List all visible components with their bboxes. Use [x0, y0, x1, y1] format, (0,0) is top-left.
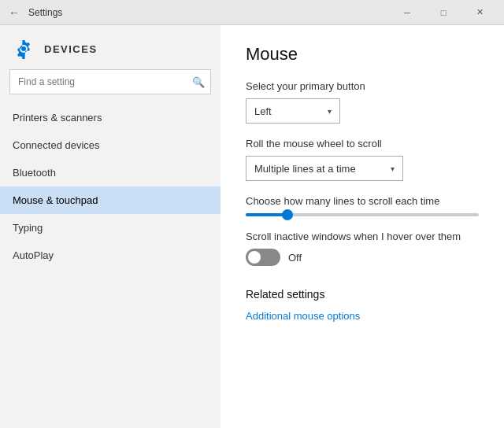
app-body: DEVICES 🔍 Printers & scanners Connected …	[0, 25, 504, 428]
sidebar-item-connected[interactable]: Connected devices	[0, 131, 220, 159]
title-bar: ← Settings ─ □ ✕	[0, 0, 504, 25]
scroll-inactive-row: Off	[246, 249, 479, 266]
gear-icon	[13, 38, 35, 60]
slider-fill	[246, 213, 287, 216]
lines-label: Choose how many lines to scroll each tim…	[246, 195, 479, 207]
scroll-inactive-label: Scroll inactive windows when I hover ove…	[246, 231, 479, 242]
sidebar-item-printers[interactable]: Printers & scanners	[0, 104, 220, 131]
primary-button-dropdown[interactable]: Left ▾	[246, 98, 340, 124]
related-settings-title: Related settings	[246, 288, 479, 301]
sidebar-item-autoplay[interactable]: AutoPlay	[0, 242, 220, 269]
primary-button-value: Left	[254, 105, 272, 117]
window-controls: ─ □ ✕	[389, 0, 498, 25]
sidebar-item-bluetooth[interactable]: Bluetooth	[0, 159, 220, 186]
primary-button-label: Select your primary button	[246, 80, 479, 92]
sidebar-section-title: DEVICES	[44, 43, 98, 55]
toggle-knob	[248, 251, 261, 264]
scroll-dropdown[interactable]: Multiple lines at a time ▾	[246, 156, 403, 181]
window-title: Settings	[28, 7, 62, 18]
slider-thumb[interactable]	[282, 209, 293, 220]
page-title: Mouse	[246, 44, 479, 65]
chevron-down-icon-2: ▾	[391, 164, 395, 173]
scroll-inactive-toggle[interactable]	[246, 249, 280, 266]
scroll-value: Multiple lines at a time	[254, 163, 356, 175]
toggle-state-label: Off	[288, 252, 302, 264]
sidebar-nav: Printers & scanners Connected devices Bl…	[0, 104, 220, 269]
sidebar-header: DEVICES	[0, 25, 220, 69]
minimize-button[interactable]: ─	[389, 0, 425, 25]
search-icon: 🔍	[192, 76, 205, 88]
search-box[interactable]: 🔍	[9, 69, 211, 94]
content-area: Mouse Select your primary button Left ▾ …	[220, 25, 504, 428]
back-button[interactable]: ←	[6, 5, 22, 20]
slider-track	[246, 213, 479, 216]
sidebar-item-mouse[interactable]: Mouse & touchpad	[0, 186, 220, 214]
sidebar: DEVICES 🔍 Printers & scanners Connected …	[0, 25, 220, 428]
sidebar-item-typing[interactable]: Typing	[0, 214, 220, 242]
scroll-label: Roll the mouse wheel to scroll	[246, 138, 479, 149]
search-input[interactable]	[9, 69, 211, 94]
chevron-down-icon: ▾	[328, 107, 332, 116]
close-button[interactable]: ✕	[461, 0, 498, 25]
maximize-button[interactable]: □	[425, 0, 461, 25]
additional-mouse-options-link[interactable]: Additional mouse options	[246, 310, 360, 322]
scroll-lines-slider[interactable]	[246, 213, 479, 216]
